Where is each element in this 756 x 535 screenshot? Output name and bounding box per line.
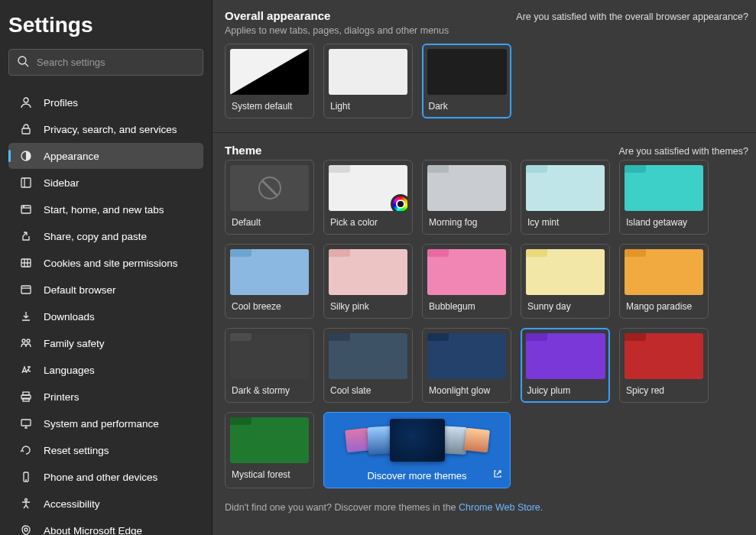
- theme-option-label: Pick a color: [329, 217, 407, 228]
- overall-options: System defaultLightDark: [225, 44, 748, 118]
- nav-sidebar[interactable]: Sidebar: [8, 170, 203, 196]
- settings-sidebar: Settings ProfilesPrivacy, search, and se…: [0, 0, 213, 535]
- theme-option-label: Spicy red: [625, 385, 703, 396]
- nav-about-microsoft-edge[interactable]: About Microsoft Edge: [8, 517, 203, 535]
- theme-option-default-th[interactable]: Default: [225, 160, 314, 235]
- nav-item-label: About Microsoft Edge: [44, 525, 142, 536]
- theme-thumb: [230, 165, 309, 211]
- theme-option-pick[interactable]: Pick a color: [323, 160, 413, 235]
- download-icon: [19, 310, 33, 323]
- theme-option-label: Silky pink: [329, 301, 407, 312]
- nav-cookies-and-site-permissions[interactable]: Cookies and site permissions: [8, 250, 203, 276]
- theme-option-breeze[interactable]: Cool breeze: [225, 244, 314, 319]
- nav-item-label: Privacy, search, and services: [44, 124, 177, 135]
- appearance-option-label: Light: [329, 101, 407, 112]
- theme-thumb: [625, 333, 703, 379]
- svg-point-27: [24, 528, 28, 531]
- lock-icon: [19, 122, 33, 136]
- svg-point-26: [25, 499, 28, 501]
- svg-rect-20: [23, 398, 29, 401]
- appearance-option-light[interactable]: Light: [323, 44, 413, 118]
- appearance-option-dark[interactable]: Dark: [422, 44, 511, 118]
- nav-phone-and-other-devices[interactable]: Phone and other devices: [8, 464, 203, 490]
- theme-options: DefaultPick a colorMorning fogIcy mintIs…: [225, 160, 748, 488]
- overall-subtitle: Applies to new tabs, pages, dialogs and …: [225, 25, 748, 36]
- theme-satisfied-link[interactable]: Are you satisfied with themes?: [618, 146, 748, 157]
- theme-option-spicy[interactable]: Spicy red: [619, 328, 709, 403]
- theme-option-silky[interactable]: Silky pink: [323, 244, 413, 319]
- nav-languages[interactable]: Languages: [8, 357, 203, 383]
- theme-thumb: [329, 165, 407, 211]
- settings-title: Settings: [8, 13, 203, 37]
- nav-item-label: Sidebar: [44, 177, 79, 189]
- theme-option-morning[interactable]: Morning fog: [422, 160, 511, 235]
- appearance-option-sysdefault[interactable]: System default: [225, 44, 314, 118]
- theme-thumb: [427, 333, 506, 379]
- system-icon: [19, 417, 33, 430]
- theme-option-forest[interactable]: Mystical forest: [225, 412, 314, 488]
- appearance-thumb: [230, 49, 309, 95]
- nav-item-label: Languages: [44, 365, 95, 376]
- nav-start-home-and-new-tabs[interactable]: Start, home, and new tabs: [8, 196, 203, 222]
- nav-privacy-search-and-services[interactable]: Privacy, search, and services: [8, 116, 203, 142]
- svg-point-9: [24, 206, 24, 207]
- search-icon: [17, 55, 37, 70]
- theme-option-stormy[interactable]: Dark & stormy: [225, 328, 314, 403]
- theme-header: Theme Are you satisfied with themes?: [225, 144, 748, 157]
- nav-family-safety[interactable]: Family safety: [8, 330, 203, 356]
- browser-icon: [19, 283, 33, 297]
- nav-item-label: Default browser: [44, 284, 116, 296]
- cookie-icon: [19, 256, 33, 270]
- search-input[interactable]: [37, 57, 195, 68]
- theme-thumb: [625, 165, 703, 211]
- theme-thumb: [526, 333, 605, 379]
- nav-accessibility[interactable]: Accessibility: [8, 491, 203, 517]
- share-icon: [19, 229, 33, 243]
- theme-option-label: Cool breeze: [230, 301, 309, 312]
- discover-more-themes[interactable]: Discover more themes: [323, 412, 511, 488]
- svg-point-0: [18, 57, 26, 64]
- nav-item-label: Family safety: [44, 338, 105, 349]
- chrome-web-store-link[interactable]: Chrome Web Store: [459, 502, 540, 513]
- theme-thumb: [329, 249, 407, 295]
- theme-option-mango[interactable]: Mango paradise: [619, 244, 709, 319]
- theme-thumb: [625, 249, 703, 295]
- theme-option-label: Dark & stormy: [230, 385, 309, 396]
- theme-title: Theme: [225, 144, 261, 157]
- nav-item-label: Downloads: [44, 311, 95, 323]
- nav-system-and-performance[interactable]: System and performance: [8, 410, 203, 436]
- nav-default-browser[interactable]: Default browser: [8, 277, 203, 303]
- theme-option-bubble[interactable]: Bubblegum: [422, 244, 511, 319]
- theme-option-label: Mango paradise: [625, 301, 703, 312]
- theme-option-plum[interactable]: Juicy plum: [521, 328, 610, 403]
- theme-option-icy[interactable]: Icy mint: [521, 160, 610, 235]
- overall-satisfied-link[interactable]: Are you satisfied with the overall brows…: [516, 11, 748, 22]
- nav-item-label: Accessibility: [44, 498, 100, 510]
- theme-option-label: Sunny day: [526, 301, 605, 312]
- search-settings[interactable]: [8, 49, 203, 76]
- nav-item-label: Start, home, and new tabs: [44, 204, 164, 216]
- theme-option-label: Moonlight glow: [427, 385, 506, 396]
- theme-option-slate[interactable]: Cool slate: [323, 328, 413, 403]
- nav-profiles[interactable]: Profiles: [8, 89, 203, 115]
- theme-option-island[interactable]: Island getaway: [619, 160, 709, 235]
- theme-option-sunny[interactable]: Sunny day: [521, 244, 610, 319]
- about-icon: [19, 524, 33, 535]
- theme-option-moon[interactable]: Moonlight glow: [422, 328, 511, 403]
- nav-downloads[interactable]: Downloads: [8, 303, 203, 329]
- footnote-suffix: .: [540, 502, 543, 513]
- language-icon: [19, 363, 33, 377]
- nav-reset-settings[interactable]: Reset settings: [8, 437, 203, 463]
- nav-item-label: Reset settings: [44, 445, 109, 456]
- nav-printers[interactable]: Printers: [8, 384, 203, 410]
- discover-thumbnails: [324, 419, 510, 462]
- nav-appearance[interactable]: Appearance: [8, 143, 203, 169]
- svg-point-16: [22, 339, 25, 342]
- svg-rect-7: [21, 206, 31, 213]
- footnote-prefix: Didn't find one you want? Discover more …: [225, 502, 459, 513]
- nav-item-label: Share, copy and paste: [44, 231, 147, 242]
- external-link-icon: [493, 469, 502, 478]
- family-icon: [19, 336, 33, 350]
- nav-share-copy-and-paste[interactable]: Share, copy and paste: [8, 223, 203, 249]
- theme-option-label: Default: [230, 217, 309, 228]
